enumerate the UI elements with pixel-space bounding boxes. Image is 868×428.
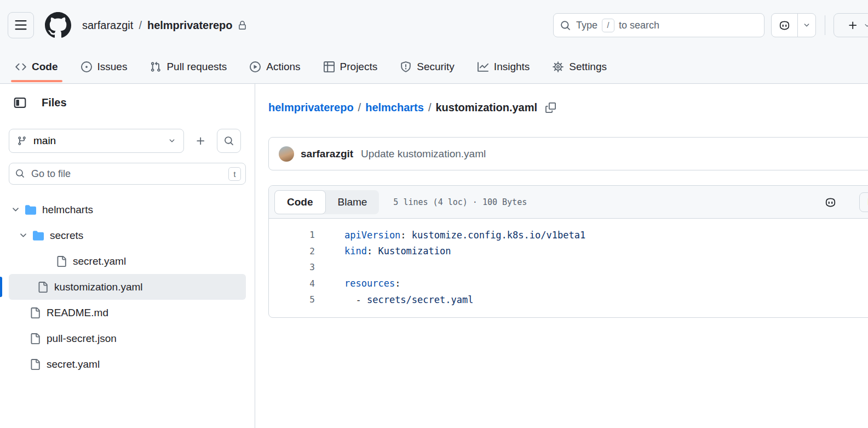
chevron-down-icon bbox=[19, 231, 28, 240]
collapse-sidebar-button[interactable] bbox=[9, 92, 31, 113]
code-token: kustomize.config.k8s.io/v1beta1 bbox=[412, 230, 585, 241]
code-text: kind: Kustomization bbox=[344, 246, 451, 256]
folder-icon bbox=[25, 204, 36, 215]
go-to-file-input[interactable] bbox=[9, 163, 246, 185]
breadcrumb-folder-link[interactable]: helmcharts bbox=[365, 101, 424, 114]
file-breadcrumb: helmprivaterepo / helmcharts / kustomiza… bbox=[268, 101, 556, 114]
shortcut-key-badge: t bbox=[228, 167, 241, 181]
file-content-pane: helmprivaterepo / helmcharts / kustomiza… bbox=[255, 84, 868, 428]
chevron-down-icon bbox=[168, 137, 176, 145]
file-icon bbox=[37, 282, 48, 293]
copy-path-icon[interactable] bbox=[545, 102, 556, 113]
file-meta-info: 5 lines (4 loc) · 100 Bytes bbox=[393, 197, 527, 207]
chevron-down-icon bbox=[803, 21, 810, 29]
table-icon bbox=[324, 61, 335, 72]
search-placeholder-suffix: to search bbox=[619, 20, 659, 31]
copilot-button-group bbox=[771, 13, 816, 37]
commit-author[interactable]: sarfarazgit bbox=[301, 148, 353, 160]
code-token: secrets/secret.yaml bbox=[367, 294, 473, 305]
tab-label: Settings bbox=[569, 61, 607, 73]
add-file-button[interactable] bbox=[188, 129, 212, 153]
code-view-button[interactable]: Code bbox=[274, 190, 326, 214]
code-line: 4 resources: bbox=[269, 276, 868, 292]
tab-security[interactable]: Security bbox=[393, 50, 462, 83]
tree-item-label: secrets bbox=[50, 230, 83, 242]
line-number[interactable]: 3 bbox=[269, 262, 315, 272]
tab-code[interactable]: Code bbox=[8, 50, 66, 83]
code-token: : bbox=[367, 246, 378, 256]
commit-message[interactable]: Update kustomization.yaml bbox=[361, 148, 486, 160]
tree-item-secret-yaml-root[interactable]: secret.yaml bbox=[9, 351, 246, 377]
plus-icon bbox=[196, 136, 206, 146]
code-line: 1 apiVersion: kustomize.config.k8s.io/v1… bbox=[269, 227, 868, 243]
create-new-button[interactable] bbox=[833, 13, 868, 37]
shield-icon bbox=[400, 61, 411, 72]
tree-item-label: helmcharts bbox=[42, 204, 93, 216]
tab-label: Actions bbox=[266, 61, 300, 73]
code-line: 2 kind: Kustomization bbox=[269, 243, 868, 260]
line-number[interactable]: 1 bbox=[269, 230, 315, 240]
chevron-down-icon bbox=[864, 22, 868, 29]
branch-selector[interactable]: main bbox=[9, 129, 184, 153]
copilot-file-button[interactable] bbox=[820, 192, 841, 212]
code-line: 5 - secrets/secret.yaml bbox=[269, 292, 868, 308]
code-text: - secrets/secret.yaml bbox=[344, 294, 473, 305]
file-icon bbox=[30, 307, 41, 318]
breadcrumb-repo-link[interactable]: helmprivaterepo bbox=[268, 101, 354, 114]
github-mark-icon bbox=[45, 12, 71, 38]
copilot-dropdown-button[interactable] bbox=[798, 14, 815, 37]
lock-icon bbox=[238, 21, 247, 30]
breadcrumb-repo[interactable]: helmprivaterepo bbox=[147, 19, 233, 32]
tab-settings[interactable]: Settings bbox=[545, 50, 614, 83]
tree-item-label: pull-secret.json bbox=[47, 333, 117, 345]
breadcrumb-separator: / bbox=[424, 101, 436, 114]
avatar[interactable] bbox=[279, 146, 294, 162]
tab-label: Security bbox=[417, 61, 455, 73]
tab-label: Pull requests bbox=[166, 61, 227, 73]
breadcrumb: sarfarazgit / helmprivaterepo bbox=[82, 0, 247, 50]
line-number[interactable]: 4 bbox=[269, 278, 315, 289]
issue-opened-icon bbox=[81, 61, 92, 72]
git-pull-request-icon bbox=[150, 61, 161, 72]
branch-name: main bbox=[33, 135, 162, 147]
file-icon bbox=[30, 359, 41, 370]
tab-insights[interactable]: Insights bbox=[470, 50, 537, 83]
chevron-down-icon bbox=[11, 205, 20, 214]
breadcrumb-owner[interactable]: sarfarazgit bbox=[82, 19, 133, 32]
breadcrumb-separator: / bbox=[133, 19, 147, 32]
tree-item-helmcharts[interactable]: helmcharts bbox=[9, 197, 246, 222]
gear-icon bbox=[553, 61, 564, 72]
tab-label: Insights bbox=[494, 61, 530, 73]
tree-item-readme-md[interactable]: README.md bbox=[9, 300, 246, 326]
tab-issues[interactable]: Issues bbox=[73, 50, 135, 83]
tab-pull-requests[interactable]: Pull requests bbox=[142, 50, 234, 83]
code-icon bbox=[15, 61, 26, 72]
file-icon bbox=[30, 333, 41, 344]
raw-button[interactable]: Raw bbox=[859, 192, 868, 212]
tab-label: Issues bbox=[97, 61, 128, 73]
line-number[interactable]: 2 bbox=[269, 246, 315, 256]
tab-projects[interactable]: Projects bbox=[316, 50, 386, 83]
blame-view-button[interactable]: Blame bbox=[326, 190, 380, 214]
search-tree-button[interactable] bbox=[217, 129, 241, 153]
code-token: : bbox=[395, 278, 400, 289]
play-icon bbox=[250, 61, 261, 72]
tree-item-secret-yaml[interactable]: secret.yaml bbox=[9, 248, 246, 274]
tree-item-secrets[interactable]: secrets bbox=[9, 222, 246, 248]
graph-icon bbox=[478, 61, 488, 72]
line-number[interactable]: 5 bbox=[269, 294, 315, 305]
search-icon bbox=[15, 169, 25, 178]
tree-item-label: README.md bbox=[47, 307, 108, 319]
breadcrumb-current-file: kustomization.yaml bbox=[435, 101, 537, 114]
hamburger-menu-button[interactable] bbox=[8, 12, 34, 38]
tree-item-label: secret.yaml bbox=[47, 358, 100, 370]
breadcrumb-separator: / bbox=[354, 101, 366, 114]
copilot-button[interactable] bbox=[772, 14, 798, 37]
tab-actions[interactable]: Actions bbox=[242, 50, 308, 83]
side-panel-icon bbox=[14, 96, 26, 109]
global-search-input[interactable]: Type / to search bbox=[553, 13, 764, 37]
tree-item-pull-secret-json[interactable]: pull-secret.json bbox=[9, 326, 246, 351]
tree-item-kustomization-yaml[interactable]: kustomization.yaml bbox=[9, 274, 246, 300]
github-logo[interactable] bbox=[45, 12, 71, 38]
search-icon bbox=[224, 136, 234, 146]
